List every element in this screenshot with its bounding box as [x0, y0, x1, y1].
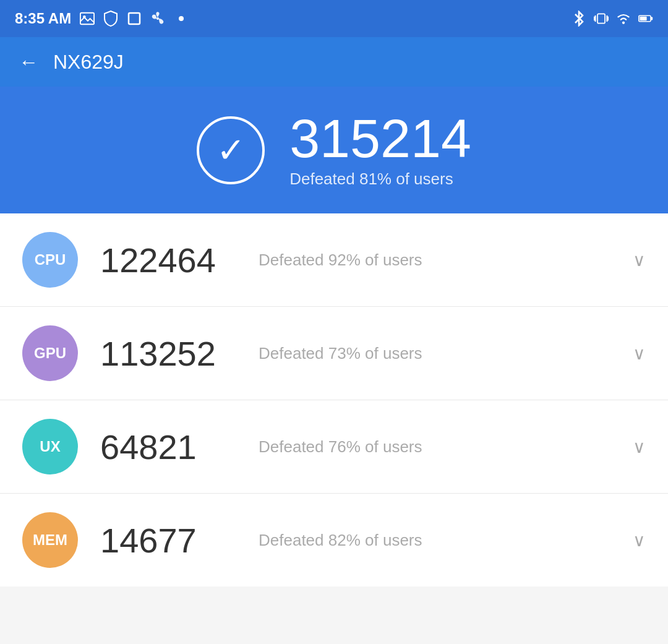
wifi-icon: [616, 11, 631, 26]
ux-chevron-icon: ∨: [633, 437, 646, 457]
mem-badge: MEM: [22, 512, 78, 568]
mem-defeated: Defeated 82% of users: [259, 531, 633, 550]
status-bar-right: [572, 11, 653, 26]
pinwheel-icon: [150, 11, 165, 26]
bluetooth-icon: [572, 11, 586, 26]
svg-point-3: [156, 17, 159, 20]
score-subtitle: Defeated 81% of users: [289, 170, 453, 189]
svg-rect-12: [640, 17, 646, 20]
cpu-defeated: Defeated 92% of users: [259, 251, 633, 270]
shield-icon: [103, 11, 118, 26]
status-time: 8:35 AM: [15, 10, 71, 27]
mem-score: 14677: [100, 520, 236, 560]
svg-point-4: [179, 16, 184, 21]
check-circle: ✓: [197, 116, 265, 184]
dot-icon: [174, 11, 189, 26]
app-title: NX629J: [53, 51, 124, 74]
gpu-defeated: Defeated 73% of users: [259, 344, 633, 363]
benchmark-item-gpu[interactable]: GPU 113252 Defeated 73% of users ∨: [0, 307, 668, 400]
status-bar: 8:35 AM: [0, 0, 668, 37]
svg-rect-5: [597, 14, 605, 23]
battery-icon: [638, 11, 653, 26]
svg-point-10: [622, 22, 625, 24]
gpu-badge: GPU: [22, 325, 78, 381]
score-header: ✓ 315214 Defeated 81% of users: [0, 87, 668, 213]
vibrate-icon: [594, 11, 609, 26]
gpu-score: 113252: [100, 333, 236, 374]
image-icon: [80, 11, 95, 26]
cpu-badge: CPU: [22, 232, 78, 288]
benchmark-item-cpu[interactable]: CPU 122464 Defeated 92% of users ∨: [0, 213, 668, 307]
ux-badge: UX: [22, 419, 78, 474]
square-icon: [127, 11, 142, 26]
gpu-chevron-icon: ∨: [633, 343, 646, 364]
status-bar-left: 8:35 AM: [15, 10, 189, 27]
cpu-chevron-icon: ∨: [633, 250, 646, 270]
ux-score: 64821: [100, 427, 236, 467]
benchmark-list: CPU 122464 Defeated 92% of users ∨ GPU 1…: [0, 213, 668, 586]
score-info: 315214 Defeated 81% of users: [289, 111, 471, 189]
benchmark-item-ux[interactable]: UX 64821 Defeated 76% of users ∨: [0, 400, 668, 494]
ux-defeated: Defeated 76% of users: [259, 437, 633, 457]
benchmark-item-mem[interactable]: MEM 14677 Defeated 82% of users ∨: [0, 494, 668, 586]
mem-chevron-icon: ∨: [633, 530, 646, 551]
svg-rect-13: [651, 17, 653, 20]
checkmark-icon: ✓: [216, 133, 246, 168]
svg-rect-2: [129, 13, 140, 24]
total-score: 315214: [289, 111, 471, 166]
back-button[interactable]: ←: [19, 51, 38, 74]
cpu-score: 122464: [100, 240, 236, 280]
app-bar: ← NX629J: [0, 37, 668, 87]
